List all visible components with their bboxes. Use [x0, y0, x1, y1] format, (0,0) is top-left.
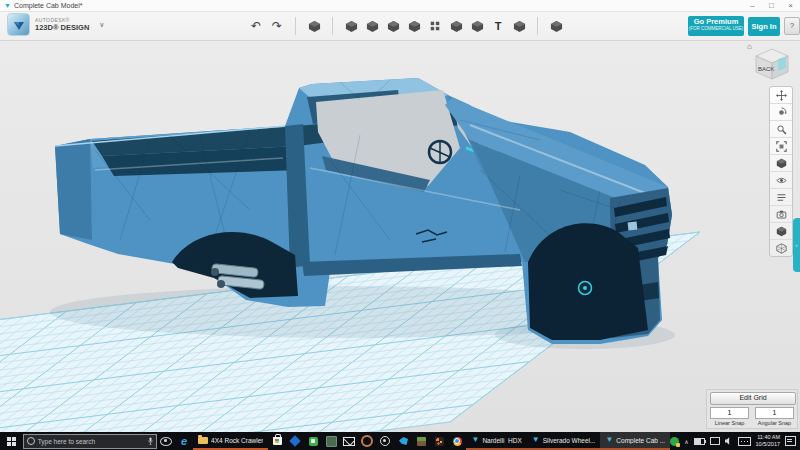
undo-button[interactable]: ↶ [248, 17, 264, 35]
cortana-icon [27, 437, 35, 445]
battery-icon[interactable] [694, 438, 705, 445]
display-tray-icon[interactable] [710, 437, 720, 445]
materials-button[interactable] [770, 222, 792, 239]
app-header: AUTODESK® 123D® DESIGN ∨ ↶ ↷ T Go Premiu… [0, 12, 800, 41]
search-placeholder: Type here to search [38, 438, 148, 445]
eye-app-icon[interactable] [157, 432, 175, 450]
tool-combine-button[interactable] [469, 17, 485, 35]
visibility-button[interactable] [770, 171, 792, 188]
app-icon: ▼ [4, 2, 11, 9]
antivirus-tray-icon[interactable] [670, 437, 679, 446]
taskbar-window-nardelli[interactable]: ▼ Nardelli_HDX [466, 432, 526, 450]
3d-viewport[interactable]: ⌂ BACK ‹ Edit Grid 1 1 Linear Snap An [0, 40, 800, 432]
taskbar-window-file-explorer[interactable]: 4X4 Rock Crawler [193, 432, 268, 450]
screenshot-button[interactable] [770, 205, 792, 222]
display-settings-button[interactable] [770, 188, 792, 205]
panel-flyout-tab[interactable]: ‹ [793, 218, 800, 272]
keyboard-tray-icon[interactable] [738, 437, 751, 446]
action-center-icon[interactable] [785, 436, 796, 446]
tool-primitives-button[interactable] [343, 17, 359, 35]
pan-button[interactable] [770, 87, 792, 103]
autodesk-label: AUTODESK® [35, 18, 89, 23]
folder-icon [198, 437, 208, 444]
maximize-button[interactable]: □ [762, 1, 781, 11]
orbit-button[interactable] [770, 103, 792, 120]
green-app-icon[interactable] [304, 432, 322, 450]
edge-icon[interactable]: e [175, 432, 193, 450]
123d-app-icon: ▼ [605, 436, 613, 444]
tool-measure-button[interactable] [511, 17, 527, 35]
tool-grouping-button[interactable] [448, 17, 464, 35]
tray-chevron-icon[interactable]: ∧ [684, 438, 688, 445]
home-view-button[interactable] [770, 154, 792, 171]
search-input[interactable]: Type here to search [23, 434, 157, 449]
window-title: Complete Cab Model* [14, 2, 82, 9]
edit-grid-button[interactable]: Edit Grid [710, 392, 796, 405]
dropbox-icon[interactable] [286, 432, 304, 450]
angular-snap-input[interactable]: 1 [755, 407, 794, 419]
app-menu[interactable]: AUTODESK® 123D® DESIGN ∨ [7, 13, 104, 36]
sign-in-button[interactable]: Sign In [748, 17, 780, 36]
capture-app-icon[interactable] [322, 432, 340, 450]
chrome-icon[interactable] [448, 432, 466, 450]
start-button[interactable] [0, 432, 23, 450]
redo-button[interactable]: ↷ [269, 17, 285, 35]
store-icon[interactable] [268, 432, 286, 450]
tool-construct-button[interactable] [385, 17, 401, 35]
angular-snap-label: Angular Snap [755, 420, 794, 426]
zoom-button[interactable] [770, 120, 792, 137]
clock[interactable]: 11:40 AM 10/5/2017 [756, 434, 780, 448]
autodesk-123d-logo-icon [7, 13, 30, 36]
linear-snap-input[interactable]: 1 [710, 407, 749, 419]
123d-app-icon: ▼ [471, 436, 479, 444]
tool-pattern-button[interactable] [427, 17, 443, 35]
grid-settings-panel: Edit Grid 1 1 Linear Snap Angular Snap [706, 389, 798, 429]
blue-app-icon[interactable] [394, 432, 412, 450]
help-button[interactable]: ? [784, 17, 800, 35]
minimize-button[interactable]: – [743, 1, 762, 11]
linear-snap-label: Linear Snap [710, 420, 749, 426]
go-premium-button[interactable]: Go Premium (FOR COMMERCIAL USE) [688, 16, 744, 36]
home-icon[interactable]: ⌂ [747, 42, 752, 51]
windows-logo-icon [7, 437, 16, 446]
microphone-icon[interactable] [148, 437, 153, 445]
viewcube-face-label: BACK [758, 66, 774, 72]
close-button[interactable]: × [781, 1, 800, 11]
minecraft-icon[interactable] [412, 432, 430, 450]
main-toolbar: ↶ ↷ T [248, 12, 564, 40]
account-area: Go Premium (FOR COMMERCIAL USE) Sign In … [688, 12, 800, 40]
fit-button[interactable] [770, 137, 792, 154]
dots-app-icon[interactable] [430, 432, 448, 450]
speaker-icon[interactable] [725, 437, 733, 445]
mail-icon[interactable] [340, 432, 358, 450]
scene-canvas [0, 40, 800, 432]
tool-modify-button[interactable] [406, 17, 422, 35]
menu-chevron-icon[interactable]: ∨ [99, 21, 104, 29]
navigation-toolbar [769, 86, 793, 257]
tool-material-button[interactable] [548, 17, 564, 35]
tool-transform-button[interactable] [306, 17, 322, 35]
view-cube[interactable]: ⌂ BACK [748, 44, 794, 82]
time: 11:40 AM [756, 434, 780, 441]
tool-sketch-button[interactable] [364, 17, 380, 35]
wireframe-button[interactable] [770, 239, 792, 256]
product-label: 123D® DESIGN [35, 24, 89, 32]
ring-app-icon[interactable] [358, 432, 376, 450]
taskbar-window-silverado[interactable]: ▼ Silverado Wheel... [527, 432, 601, 450]
taskbar-window-complete-cab[interactable]: ▼ Complete Cab ... [600, 432, 670, 450]
window-titlebar: ▼ Complete Cab Model* – □ × [0, 0, 800, 12]
123d-app-icon: ▼ [532, 436, 540, 444]
tool-text-button[interactable]: T [490, 17, 506, 35]
date: 10/5/2017 [756, 441, 780, 448]
target-app-icon[interactable] [376, 432, 394, 450]
taskbar: Type here to search e 4X4 Rock Crawler ▼… [0, 432, 800, 450]
system-tray: ∧ 11:40 AM 10/5/2017 [670, 434, 800, 448]
